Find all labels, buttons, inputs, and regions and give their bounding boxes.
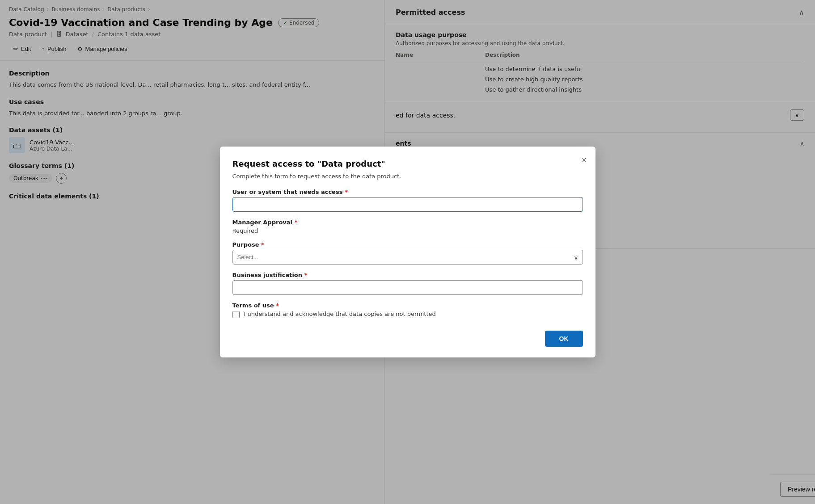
modal-title: Request access to "Data product" — [232, 159, 583, 168]
business-justification-input[interactable] — [232, 280, 583, 295]
terms-row: I understand and acknowledge that data c… — [232, 311, 583, 318]
required-star: * — [345, 189, 348, 195]
business-justification-group: Business justification * — [232, 272, 583, 295]
modal-subtitle: Complete this form to request access to … — [232, 173, 583, 180]
terms-of-use-label: Terms of use * — [232, 302, 583, 309]
terms-of-use-group: Terms of use * I understand and acknowle… — [232, 302, 583, 318]
user-field-label: User or system that needs access * — [232, 189, 583, 195]
required-star-4: * — [304, 272, 308, 278]
purpose-group: Purpose * Select... Use to determine if … — [232, 241, 583, 265]
modal-ok-button[interactable]: OK — [545, 331, 583, 347]
required-star-3: * — [261, 241, 264, 248]
terms-checkbox[interactable] — [232, 311, 240, 318]
user-field-group: User or system that needs access * — [232, 189, 583, 212]
user-field-input[interactable] — [232, 197, 583, 212]
manager-approval-label: Manager Approval * — [232, 219, 583, 226]
approval-text: Required — [232, 227, 583, 234]
required-star-2: * — [295, 219, 298, 226]
modal-overlay: × Request access to "Data product" Compl… — [0, 0, 815, 504]
purpose-select[interactable]: Select... Use to determine if data is us… — [232, 250, 583, 265]
modal-close-button[interactable]: × — [582, 155, 587, 165]
purpose-label: Purpose * — [232, 241, 583, 248]
manager-approval-group: Manager Approval * Required — [232, 219, 583, 234]
purpose-select-wrap: Select... Use to determine if data is us… — [232, 250, 583, 265]
terms-checkbox-label: I understand and acknowledge that data c… — [244, 311, 436, 317]
modal-footer: OK — [232, 331, 583, 347]
request-access-modal: × Request access to "Data product" Compl… — [220, 147, 595, 357]
business-justification-label: Business justification * — [232, 272, 583, 278]
required-star-5: * — [276, 302, 279, 309]
